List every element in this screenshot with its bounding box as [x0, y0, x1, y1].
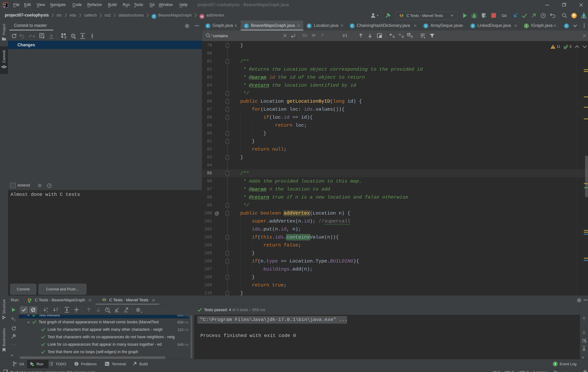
svg-text:a: a	[46, 307, 48, 310]
svg-text:9: 9	[14, 318, 15, 321]
svg-text:z: z	[46, 310, 48, 313]
